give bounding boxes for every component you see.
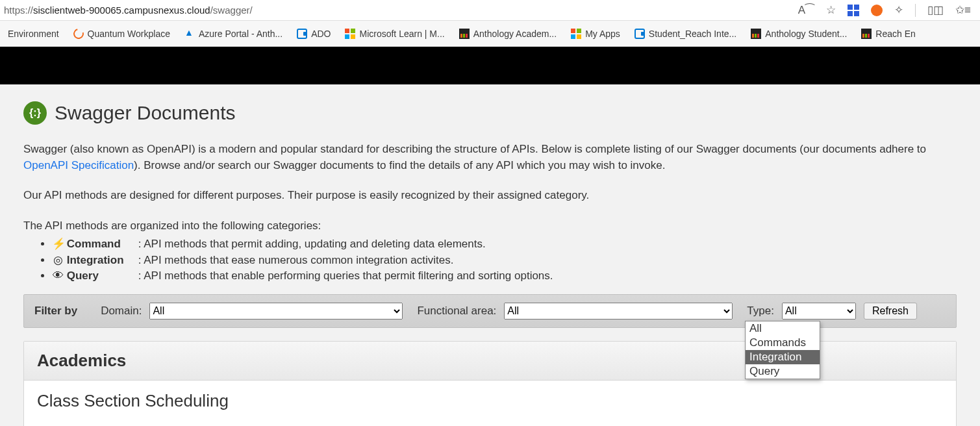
type-option[interactable]: Query (746, 364, 820, 379)
bars-favicon-icon (751, 29, 761, 39)
bookmark-item[interactable]: Anthology Student... (746, 26, 852, 42)
app-header-band (0, 47, 980, 84)
domain-label: Domain: (101, 305, 142, 318)
category-item: ◎ Integration: API methods that ease num… (52, 253, 957, 267)
bars-favicon-icon (861, 29, 872, 39)
bookmark-item[interactable]: Reach En (856, 26, 920, 42)
swagger-logo-icon: {:} (23, 101, 47, 125)
url-prefix: https:// (4, 5, 33, 16)
bookmark-label: Anthology Academ... (473, 29, 557, 39)
category-icon: 👁 (52, 269, 64, 282)
az-favicon-icon (184, 29, 195, 39)
category-desc: : API methods that ease numerous common … (138, 254, 454, 266)
favorite-icon[interactable]: ☆ (826, 3, 836, 17)
type-option[interactable]: Integration (746, 350, 820, 364)
ado-favicon-icon (634, 29, 645, 39)
extension-orange-icon[interactable] (871, 5, 883, 16)
functional-area-label: Functional area: (417, 305, 496, 318)
bookmark-label: Azure Portal - Anth... (199, 29, 283, 39)
page-title: Swagger Documents (55, 102, 235, 124)
page-content: {:} Swagger Documents Swagger (also know… (0, 84, 980, 426)
bookmark-label: ADO (311, 29, 331, 39)
bookmark-item[interactable]: Student_Reach Inte... (629, 26, 742, 42)
category-name: Integration (67, 254, 138, 267)
bookmark-item[interactable]: Quantum Workplace (68, 26, 175, 42)
bookmark-label: Reach En (875, 29, 915, 39)
bookmark-label: Microsoft Learn | M... (359, 29, 444, 39)
bookmark-item[interactable]: Environment (3, 26, 64, 42)
apps-grid-icon[interactable] (848, 5, 859, 16)
category-item: ⚡ Command: API methods that permit addin… (52, 237, 957, 251)
category-name: Command (67, 238, 138, 251)
title-row: {:} Swagger Documents (23, 101, 957, 125)
bookmarks-bar: EnvironmentQuantum WorkplaceAzure Portal… (0, 21, 980, 47)
bookmark-label: My Apps (585, 29, 620, 39)
intro-text: ). Browse and/or search our Swagger docu… (134, 159, 665, 171)
category-desc: : API methods that permit adding, updati… (138, 238, 486, 250)
bookmark-item[interactable]: ADO (292, 26, 336, 42)
intro-text: Swagger (also known as OpenAPI) is a mod… (23, 143, 926, 155)
extensions-icon[interactable]: ✧ (894, 3, 903, 17)
address-bar-actions: A⁀ ☆ ✧ ▯◫ ✩≡ (798, 3, 976, 17)
category-icon: ◎ (52, 253, 64, 267)
bookmark-item[interactable]: Microsoft Learn | M... (340, 26, 449, 42)
intro-paragraph-3: The API methods are organized into the f… (23, 218, 957, 234)
intro-paragraph-1: Swagger (also known as OpenAPI) is a mod… (23, 142, 957, 173)
domain-select[interactable]: All (149, 303, 403, 320)
qw-favicon-icon (71, 27, 86, 41)
category-name: Query (67, 269, 138, 282)
bookmark-item[interactable]: Azure Portal - Anth... (179, 26, 288, 42)
read-aloud-icon[interactable]: A⁀ (798, 3, 814, 17)
ms-favicon-icon (345, 29, 355, 39)
bookmark-label: Student_Reach Inte... (649, 29, 736, 39)
filter-bar: Filter by Domain: All Functional area: A… (23, 294, 957, 328)
type-label: Type: (747, 305, 774, 318)
category-desc: : API methods that enable performing que… (138, 269, 553, 282)
category-icon: ⚡ (52, 237, 64, 251)
functional-area-item[interactable]: Class Section Scheduling (24, 381, 956, 426)
bookmark-item[interactable]: Anthology Academ... (454, 26, 562, 42)
separator (915, 4, 916, 17)
address-bar: https://sisclientweb-900065.campusnexus.… (0, 0, 980, 21)
url-display[interactable]: https://sisclientweb-900065.campusnexus.… (4, 5, 798, 16)
ado-favicon-icon (297, 29, 307, 39)
url-path: /swagger/ (210, 5, 253, 16)
bookmark-item[interactable]: My Apps (566, 26, 625, 42)
type-select[interactable]: All (782, 303, 856, 320)
refresh-button[interactable]: Refresh (864, 303, 917, 320)
openapi-spec-link[interactable]: OpenAPI Specification (23, 159, 134, 171)
category-item: 👁 Query: API methods that enable perform… (52, 269, 957, 282)
reading-list-icon[interactable]: ▯◫ (927, 3, 944, 17)
url-host: sisclientweb-900065.campusnexus.cloud (33, 5, 210, 16)
type-option[interactable]: Commands (746, 336, 820, 350)
ms-favicon-icon (571, 29, 581, 39)
filter-heading: Filter by (34, 305, 77, 318)
bars-favicon-icon (459, 29, 470, 39)
bookmark-label: Anthology Student... (765, 29, 847, 39)
category-list: ⚡ Command: API methods that permit addin… (23, 237, 957, 282)
bookmark-label: Quantum Workplace (88, 29, 170, 39)
type-option[interactable]: All (746, 321, 820, 336)
collections-icon[interactable]: ✩≡ (955, 3, 971, 17)
intro-paragraph-2: Our API methods are designed for differe… (23, 188, 957, 204)
bookmark-label: Environment (8, 29, 59, 39)
type-dropdown-open: AllCommandsIntegrationQuery (745, 321, 820, 379)
functional-area-select[interactable]: All (504, 303, 733, 320)
